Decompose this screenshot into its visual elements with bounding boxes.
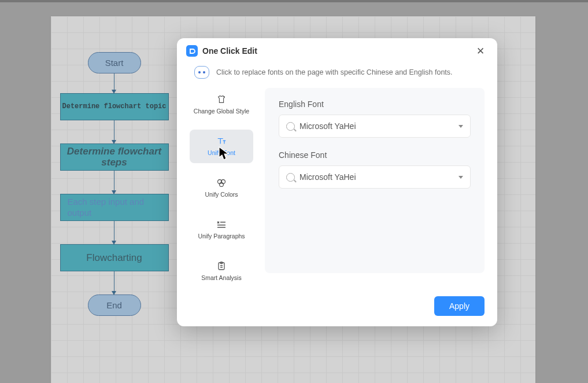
shirt-icon bbox=[216, 95, 227, 104]
color-circles-icon bbox=[216, 178, 227, 187]
flow-arrow bbox=[114, 271, 114, 294]
flow-start-terminator[interactable]: Start bbox=[88, 52, 141, 73]
sidebar-item-label: Smart Analysis bbox=[201, 274, 241, 281]
dialog-sidebar: Change Global Style Unify Font Unify Col… bbox=[190, 88, 253, 288]
sidebar-item-unify-colors[interactable]: Unify Colors bbox=[190, 171, 253, 205]
sidebar-item-unify-font[interactable]: Unify Font bbox=[190, 130, 253, 163]
sidebar-item-change-global-style[interactable]: Change Global Style bbox=[190, 88, 253, 121]
sidebar-item-unify-paragraphs[interactable]: Unify Paragraphs bbox=[190, 213, 253, 246]
flow-arrow bbox=[114, 221, 114, 244]
dialog-body: Change Global Style Unify Font Unify Col… bbox=[177, 88, 497, 288]
font-icon bbox=[216, 137, 227, 146]
dialog-description: Click to replace fonts on the page with … bbox=[216, 68, 453, 76]
search-icon bbox=[286, 122, 295, 131]
flow-step-steps[interactable]: Determine flowchart steps bbox=[60, 143, 169, 171]
paragraph-icon bbox=[216, 220, 227, 229]
clipboard-icon bbox=[216, 262, 227, 271]
english-font-dropdown[interactable]: Microsoft YaHei bbox=[279, 115, 471, 138]
content-panel: English Font Microsoft YaHei Chinese Fon… bbox=[265, 88, 485, 273]
sidebar-item-label: Unify Font bbox=[208, 149, 235, 156]
chevron-down-icon bbox=[458, 125, 463, 128]
close-icon: ✕ bbox=[476, 45, 485, 57]
one-click-edit-dialog: One Click Edit ✕ Click to replace fonts … bbox=[177, 38, 497, 326]
english-font-value: Microsoft YaHei bbox=[299, 121, 356, 131]
search-icon bbox=[286, 173, 295, 182]
chinese-font-dropdown[interactable]: Microsoft YaHei bbox=[279, 165, 471, 189]
flow-arrow bbox=[114, 73, 114, 93]
app-logo-icon bbox=[186, 45, 198, 57]
flow-step-topic[interactable]: Determine flowchart topic bbox=[60, 93, 169, 120]
dialog-header: One Click Edit ✕ bbox=[177, 38, 497, 64]
flow-end-terminator[interactable]: End bbox=[88, 294, 141, 316]
sidebar-item-label: Unify Paragraphs bbox=[198, 233, 245, 240]
toolbar-strip bbox=[0, 0, 588, 2]
chinese-font-label: Chinese Font bbox=[279, 150, 471, 160]
flow-arrow bbox=[114, 171, 114, 194]
chinese-font-value: Microsoft YaHei bbox=[299, 172, 356, 182]
dialog-title: One Click Edit bbox=[202, 46, 257, 56]
dialog-description-row: Click to replace fonts on the page with … bbox=[177, 64, 497, 88]
chevron-down-icon bbox=[458, 176, 463, 179]
flow-step-flowcharting[interactable]: Flowcharting bbox=[60, 244, 169, 271]
sidebar-item-smart-analysis[interactable]: Smart Analysis bbox=[190, 255, 253, 288]
sidebar-item-label: Change Global Style bbox=[194, 108, 249, 115]
flow-step-io[interactable]: Each step input and output bbox=[60, 194, 169, 221]
flowchart: Start Determine flowchart topic Determin… bbox=[58, 52, 171, 316]
apply-button[interactable]: Apply bbox=[434, 296, 485, 316]
dialog-footer: Apply bbox=[177, 288, 497, 326]
flow-arrow bbox=[114, 120, 114, 143]
close-button[interactable]: ✕ bbox=[473, 43, 488, 58]
sidebar-item-label: Unify Colors bbox=[205, 191, 238, 198]
assistant-icon bbox=[194, 66, 209, 79]
english-font-label: English Font bbox=[279, 100, 471, 109]
